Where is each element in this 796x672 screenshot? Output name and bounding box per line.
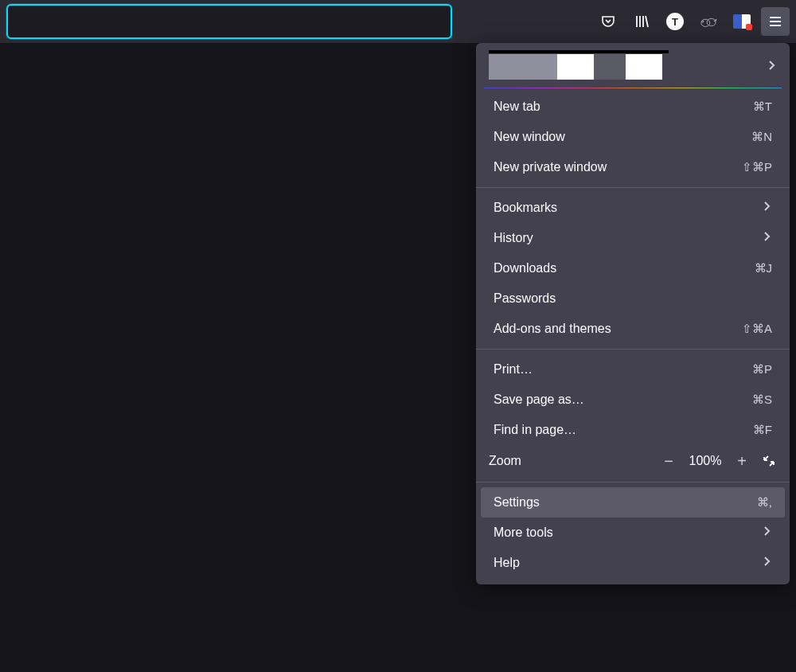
chevron-right-icon [766,60,777,74]
account-sync-status-icon [489,54,662,80]
fullscreen-button[interactable] [761,453,777,469]
app-menu-button[interactable] [761,7,790,36]
menu-new-window[interactable]: New window ⌘N [481,122,785,152]
menu-item-label: History [494,231,533,245]
menu-item-label: Add-ons and themes [494,322,611,336]
menu-item-label: New private window [494,160,607,174]
menu-item-label: Bookmarks [494,201,557,215]
menu-help[interactable]: Help [481,548,785,578]
menu-item-label: Find in page… [494,423,576,437]
menu-new-private-window[interactable]: New private window ⇧⌘P [481,152,785,182]
browser-toolbar: T [0,0,796,43]
menu-zoom-row: Zoom − 100% + [476,445,790,477]
menu-item-label: Zoom [489,454,521,468]
menu-separator [476,187,790,188]
menu-item-shortcut: ⌘S [752,393,772,407]
menu-item-shortcut: ⇧⌘A [742,322,772,336]
mouse-extension-icon [700,13,717,30]
svg-line-3 [646,16,648,27]
zoom-out-button[interactable]: − [661,453,677,469]
menu-item-label: Settings [494,495,540,510]
menu-separator [476,482,790,483]
menu-downloads[interactable]: Downloads ⌘J [481,253,785,283]
pocket-button[interactable] [594,7,622,36]
menu-item-label: New tab [494,100,540,114]
menu-item-shortcut: ⌘N [751,130,772,144]
menu-more-tools[interactable]: More tools [481,518,785,548]
menu-item-label: Help [494,556,520,570]
menu-separator [476,349,790,350]
menu-account-row[interactable] [476,49,790,88]
menu-item-label: More tools [494,525,553,540]
chevron-right-icon [761,556,772,570]
menu-passwords[interactable]: Passwords [481,283,785,314]
menu-item-shortcut: ⌘T [753,100,772,114]
app-menu-panel: New tab ⌘T New window ⌘N New private win… [476,43,790,584]
menu-item-shortcut: ⌘P [752,362,772,377]
menu-item-label: Print… [494,362,533,377]
menu-item-label: Downloads [494,261,556,275]
menu-item-label: Save page as… [494,393,584,407]
menu-item-label: New window [494,130,565,144]
url-input[interactable] [6,4,452,39]
menu-item-shortcut: ⌘J [755,261,773,275]
chevron-right-icon [761,231,772,245]
menu-addons[interactable]: Add-ons and themes ⇧⌘A [481,314,785,344]
menu-settings[interactable]: Settings ⌘, [481,487,785,518]
zoom-value: 100% [688,454,723,468]
extension-button-2[interactable] [728,7,756,36]
menu-history[interactable]: History [481,223,785,253]
zoom-in-button[interactable]: + [734,453,750,469]
menu-item-shortcut: ⌘F [753,423,772,437]
library-button[interactable] [627,7,656,36]
svg-point-5 [707,18,716,25]
chevron-right-icon [761,201,772,215]
menu-new-tab[interactable]: New tab ⌘T [481,92,785,122]
menu-save-page[interactable]: Save page as… ⌘S [481,385,785,415]
chevron-right-icon [761,525,772,540]
menu-item-shortcut: ⇧⌘P [742,160,772,174]
account-avatar-icon: T [666,13,684,30]
extension-button-1[interactable] [694,7,723,36]
svg-point-6 [702,21,704,22]
shield-extension-icon [733,14,751,29]
menu-print[interactable]: Print… ⌘P [481,354,785,385]
menu-item-shortcut: ⌘, [757,495,772,510]
menu-bookmarks[interactable]: Bookmarks [481,193,785,223]
rainbow-separator [484,88,782,88]
menu-find[interactable]: Find in page… ⌘F [481,415,785,445]
menu-item-label: Passwords [494,291,556,306]
account-button[interactable]: T [661,7,689,36]
